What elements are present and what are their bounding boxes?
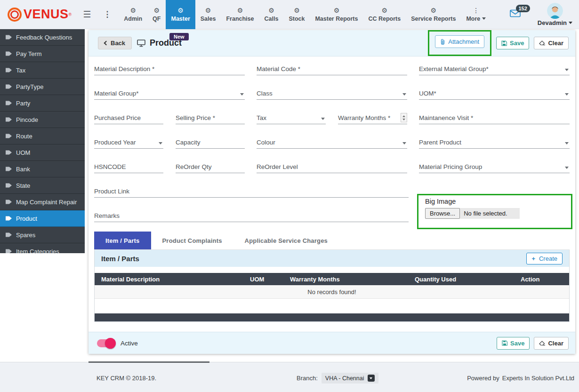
caret-down-icon <box>565 167 569 169</box>
message-count-badge: 152 <box>516 5 530 12</box>
venus-logo[interactable]: VENUS ® <box>8 7 72 22</box>
sidebar-item-map-complaint-repair[interactable]: Map Complaint Repair <box>0 194 85 210</box>
tab-applicable-service-charges[interactable]: Applicable Service Charges <box>233 232 339 249</box>
number-spinner-icon[interactable] <box>401 113 407 122</box>
branch-dropdown-icon <box>368 375 375 382</box>
field-label: UOM* <box>419 90 436 97</box>
material-code-field[interactable]: Material Code * <box>257 60 407 75</box>
tax-select[interactable]: Tax <box>257 109 326 124</box>
gear-icon: ⚙ <box>154 7 160 14</box>
nav-item-stock[interactable]: ⚙ Stock <box>283 0 310 29</box>
sidebar-item-pincode[interactable]: Pincode <box>0 112 85 128</box>
sidebar-item-product[interactable]: Product <box>0 210 85 227</box>
caret-down-icon <box>321 118 325 120</box>
gear-icon: ⚙ <box>237 7 243 14</box>
reorder-level-field[interactable]: ReOrder Level <box>257 158 407 173</box>
selling-price-field[interactable]: Selling Price * <box>176 109 245 124</box>
user-menu[interactable]: Devadmin <box>538 3 572 26</box>
material-description-field[interactable]: Material Description * <box>94 60 245 75</box>
sidebar-item-spares[interactable]: Spares <box>0 227 85 243</box>
empty-table-row: No records found! <box>95 285 569 299</box>
field-label: Remarks <box>94 212 120 219</box>
material-pricing-group-select[interactable]: Material Pricing Group <box>419 158 570 173</box>
attachment-button[interactable]: Attachment <box>435 35 484 48</box>
field-label: Material Description * <box>94 65 154 72</box>
save-button-bottom[interactable]: Save <box>497 337 530 350</box>
sidebar-item-bank[interactable]: Bank <box>0 161 85 177</box>
save-button[interactable]: Save <box>496 37 529 49</box>
field-label: Class <box>257 90 273 97</box>
big-image-file-input[interactable]: Browse... No file selected. <box>425 208 520 219</box>
sidebar-item-route[interactable]: Route <box>0 128 85 144</box>
nav-item-master-reports[interactable]: ⚙ Master Reports <box>310 0 363 29</box>
kebab-icon[interactable]: ⋮ <box>103 9 111 19</box>
warranty-months-stepper[interactable]: Warranty Months * <box>338 109 407 124</box>
nav-item-label: Calls <box>265 16 279 22</box>
attachment-button-label: Attachment <box>448 38 479 45</box>
tag-icon <box>6 183 12 189</box>
eraser-icon <box>539 40 545 46</box>
nav-item-label: Sales <box>201 16 216 22</box>
create-button[interactable]: Create <box>526 253 563 264</box>
nav-item-service-reports[interactable]: ⚙ Service Reports <box>406 0 461 29</box>
tag-icon <box>6 67 12 73</box>
nav-item-more[interactable]: ⋮ More <box>461 0 491 29</box>
branch-selector[interactable]: VHA - Chennai <box>322 373 378 384</box>
class-select[interactable]: Class <box>257 85 407 100</box>
parent-product-select[interactable]: Parent Product <box>419 134 570 149</box>
sidebar-item-party[interactable]: Party <box>0 95 85 112</box>
capacity-field[interactable]: Capacity <box>176 134 245 149</box>
sidebar-item-label: Tax <box>16 67 25 74</box>
caret-down-icon <box>482 17 486 20</box>
sidebar-item-item-categories[interactable]: Item Categories <box>0 243 85 253</box>
header-actions: Attachment Save Clear <box>428 30 569 56</box>
sidebar-item-uom[interactable]: UOM <box>0 144 85 161</box>
nav-item-label: Franchise <box>226 16 254 22</box>
clear-button-bottom[interactable]: Clear <box>534 337 569 350</box>
nav-item-sales[interactable]: ⚙ Sales <box>195 0 221 29</box>
caret-down-icon <box>565 142 569 144</box>
maintanence-visit-field[interactable]: Maintanence Visit * <box>419 109 570 124</box>
material-group-select[interactable]: Material Group* <box>94 85 245 100</box>
attachment-annotation-box: Attachment <box>428 30 491 56</box>
field-label: External Material Group* <box>419 65 489 72</box>
hamburger-icon[interactable]: ☰ <box>83 9 91 20</box>
sidebar-item-label: Feedback Questions <box>16 34 72 41</box>
sidebar-item-pay-term[interactable]: Pay Term <box>0 46 85 62</box>
nav-item-franchise[interactable]: ⚙ Franchise <box>221 0 259 29</box>
nav-item-admin[interactable]: ⚙ Admin <box>119 0 147 29</box>
nav-item-cc-reports[interactable]: ⚙ CC Reports <box>363 0 406 29</box>
nav-item-qf[interactable]: ⚙ QF <box>147 0 166 29</box>
column-header-warranty-months: Warranty Months <box>290 276 415 283</box>
sidebar-item-label: Bank <box>16 166 30 173</box>
nav-item-master[interactable]: ⚙ Master <box>166 0 195 29</box>
tab-item-parts[interactable]: Item / Parts <box>94 232 151 249</box>
uom-select[interactable]: UOM* <box>419 85 570 100</box>
reorder-qty-field[interactable]: ReOrder Qty <box>176 158 245 173</box>
purchased-price-field[interactable]: Purchased Price <box>94 109 163 124</box>
sidebar-item-state[interactable]: State <box>0 177 85 194</box>
active-toggle[interactable] <box>97 339 115 347</box>
external-material-group-select[interactable]: External Material Group* <box>419 60 570 75</box>
product-link-field[interactable]: Product Link <box>94 183 409 198</box>
hsncode-field[interactable]: HSNCODE <box>94 158 163 173</box>
sidebar-item-feedback-questions[interactable]: Feedback Questions <box>0 29 85 46</box>
back-button[interactable]: Back <box>98 37 132 49</box>
messages-button[interactable]: 152 <box>510 9 521 19</box>
colour-select[interactable]: Colour <box>257 134 407 149</box>
sidebar-item-tax[interactable]: Tax <box>0 62 85 79</box>
active-toggle-label: Active <box>121 340 138 347</box>
tag-icon <box>6 166 12 172</box>
clear-button[interactable]: Clear <box>534 37 569 49</box>
horizontal-scrollbar[interactable] <box>88 361 209 363</box>
create-button-label: Create <box>539 255 557 262</box>
sidebar-item-partytype[interactable]: PartyType <box>0 79 85 95</box>
nav-item-calls[interactable]: ⚙ Calls <box>259 0 284 29</box>
browse-button[interactable]: Browse... <box>425 208 460 219</box>
caret-down-icon <box>565 93 569 96</box>
tab-product-complaints[interactable]: Product Complaints <box>151 232 233 249</box>
nav-item-label: CC Reports <box>368 16 401 22</box>
field-label: Colour <box>257 139 275 146</box>
produced-year-select[interactable]: Produced Year <box>94 134 163 149</box>
remarks-field[interactable]: Remarks <box>94 207 409 222</box>
